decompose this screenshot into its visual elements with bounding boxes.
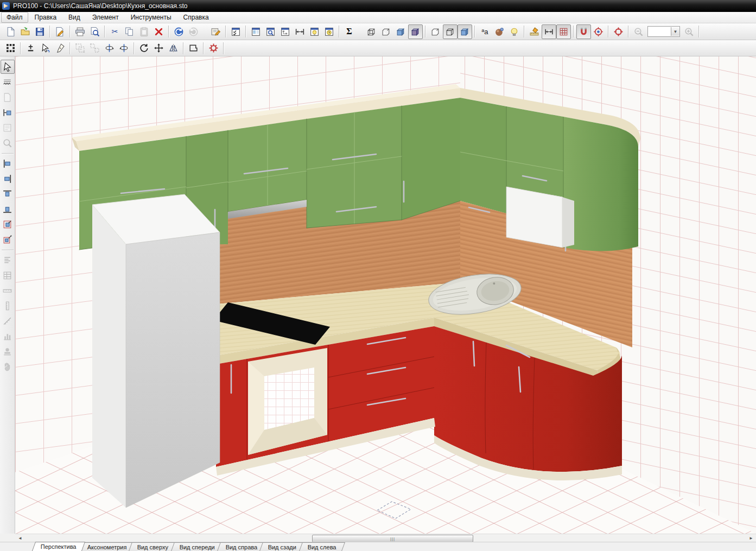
table-tool-icon[interactable]	[1, 268, 15, 282]
menu-edit[interactable]: Правка	[29, 12, 62, 23]
chart-tool-icon[interactable]	[1, 329, 15, 343]
print-preview-icon[interactable]	[87, 24, 102, 39]
center-view-icon[interactable]	[611, 24, 626, 39]
pointer-icon[interactable]	[1, 60, 15, 74]
chevron-down-icon[interactable]: ▼	[671, 27, 679, 36]
rotate-ax-ccw-icon[interactable]	[117, 41, 131, 55]
tab-perspective[interactable]: Перспектива	[32, 542, 85, 551]
rotate-icon[interactable]	[137, 41, 151, 55]
new-document-icon[interactable]	[3, 24, 18, 39]
toolbar-separator	[608, 26, 609, 37]
dimensions-window-icon[interactable]	[293, 24, 307, 39]
move-into-icon[interactable]	[1, 217, 15, 231]
tab-axonometry[interactable]: Аксонометрия	[79, 542, 136, 551]
lighting-window-icon[interactable]	[307, 24, 322, 39]
save-icon[interactable]	[33, 24, 47, 39]
mirror-icon[interactable]	[166, 41, 181, 55]
element-list-window-icon[interactable]	[228, 24, 243, 39]
toolbar-separator	[49, 26, 50, 37]
edit-form-icon[interactable]	[1, 121, 15, 135]
tab-front-view[interactable]: Вид спереди	[171, 542, 224, 551]
hand-tool-icon[interactable]	[1, 359, 15, 373]
move-icon[interactable]	[151, 41, 166, 55]
view-outline-icon[interactable]	[379, 24, 393, 39]
show-materials-icon[interactable]	[492, 24, 507, 39]
scrollbar-grip: |||	[390, 536, 395, 541]
scroll-right-icon[interactable]: ►	[747, 535, 755, 542]
new-page-icon[interactable]	[1, 90, 15, 104]
autocenter-icon[interactable]	[206, 41, 221, 55]
rotate-ax-cw-icon[interactable]	[102, 41, 117, 55]
show-light-icon[interactable]	[507, 24, 522, 39]
undo-icon[interactable]	[171, 24, 186, 39]
view-solid-icon[interactable]	[393, 24, 408, 39]
ruler-horizontal-icon[interactable]	[1, 283, 15, 297]
horizontal-scrollbar[interactable]: ◄ ||| ►	[15, 534, 756, 542]
menu-help[interactable]: Справка	[178, 12, 214, 23]
tab-right-view[interactable]: Вид справа	[217, 542, 266, 551]
open-project-icon[interactable]	[18, 24, 33, 39]
report-icon[interactable]	[53, 24, 67, 39]
cut-icon[interactable]: ✂	[107, 24, 122, 39]
stamp-tool-icon[interactable]	[1, 344, 15, 358]
draw-tools-icon[interactable]	[527, 24, 542, 39]
tab-top-view[interactable]: Вид сверху	[129, 542, 177, 551]
align-top-icon[interactable]	[1, 187, 15, 201]
view-edges-icon[interactable]	[443, 24, 458, 39]
tab-back-view[interactable]: Вид сзади	[259, 542, 305, 551]
scrollbar-thumb[interactable]: |||	[312, 535, 473, 542]
properties-icon[interactable]	[208, 24, 223, 39]
show-grid-icon[interactable]	[556, 24, 571, 39]
snap-magnet-icon[interactable]	[576, 24, 591, 39]
select-multiple-icon[interactable]	[3, 41, 18, 55]
view-wireframe-icon[interactable]	[364, 24, 379, 39]
show-dimensions-icon[interactable]	[542, 24, 556, 39]
structure-window-icon[interactable]	[278, 24, 293, 39]
align-bottom-icon[interactable]	[1, 202, 15, 216]
paste-icon[interactable]	[137, 24, 151, 39]
menu-tools[interactable]: Инструменты	[125, 12, 177, 23]
show-text-icon[interactable]: ªa	[478, 24, 492, 39]
group-icon[interactable]	[73, 41, 87, 55]
cutting-tool-icon[interactable]	[1, 75, 15, 89]
zoom-level-combobox[interactable]: ▼	[647, 26, 680, 37]
ruler-vertical-icon[interactable]	[1, 299, 15, 313]
redo-icon[interactable]	[186, 24, 201, 39]
element-offset-icon[interactable]	[1, 105, 15, 119]
title-bar[interactable]: PRO100 - C:\Users\СашаЯна\Desktop\Кухня_…	[0, 0, 756, 12]
tall-cabinet-white[interactable]	[92, 194, 220, 508]
delete-icon[interactable]	[151, 24, 166, 39]
view-textured-icon[interactable]	[408, 24, 423, 39]
ungroup-icon[interactable]	[87, 41, 102, 55]
menu-file[interactable]: Файл	[1, 12, 28, 23]
select-tool-icon[interactable]	[38, 41, 53, 55]
pro100-window: { "window": { "title": "PRO100 - C:\\Use…	[0, 0, 756, 551]
calculate-sum-icon[interactable]: Σ	[342, 24, 357, 39]
price-list-window-icon[interactable]	[249, 24, 263, 39]
align-left-icon[interactable]	[1, 156, 15, 170]
snap-center-icon[interactable]	[591, 24, 606, 39]
view-shaded-icon[interactable]	[458, 24, 472, 39]
menu-view[interactable]: Вид	[63, 12, 86, 23]
design-viewport[interactable]	[15, 56, 756, 534]
copy-icon[interactable]	[122, 24, 137, 39]
find-icon[interactable]	[1, 136, 15, 150]
corner-editor-icon[interactable]	[186, 41, 201, 55]
print-icon[interactable]	[73, 24, 87, 39]
draw-shape-icon[interactable]	[53, 41, 67, 55]
insert-element-icon[interactable]	[23, 41, 38, 55]
menu-element[interactable]: Элемент	[87, 12, 124, 23]
measure-tool-icon[interactable]	[1, 314, 15, 328]
view-contours-icon[interactable]	[428, 24, 443, 39]
zoom-in-icon[interactable]	[682, 24, 696, 39]
zoom-out-icon[interactable]	[631, 24, 646, 39]
list-tool-icon[interactable]	[1, 253, 15, 267]
design-canvas[interactable]	[15, 56, 756, 534]
report-window-icon[interactable]	[322, 24, 336, 39]
align-right-icon[interactable]	[1, 172, 15, 186]
scroll-left-icon[interactable]: ◄	[16, 535, 24, 542]
toolbar-separator	[104, 26, 105, 37]
preview-window-icon[interactable]	[263, 24, 278, 39]
tab-left-view[interactable]: Вид слева	[299, 542, 345, 551]
move-out-of-icon[interactable]	[1, 232, 15, 246]
